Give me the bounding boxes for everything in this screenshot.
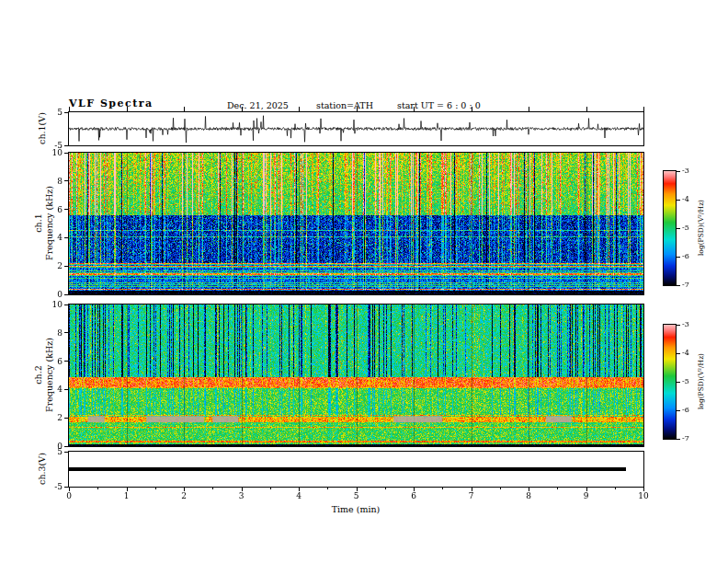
station-label: station=ATH	[316, 100, 373, 110]
x-axis-tick-label: 9	[575, 491, 597, 500]
x-axis-tick-label: 0	[58, 491, 80, 500]
x-axis-minor-tick-mark	[270, 487, 271, 489]
ch2-frequency-axis-tick-label: 6	[40, 357, 63, 366]
ch2-frequency-axis-tick-mark	[64, 446, 69, 447]
colorbar1-tick-label: -3	[682, 167, 700, 175]
x-axis-minor-tick-mark	[155, 487, 156, 489]
date-label: Dec. 21, 2025	[227, 100, 289, 110]
x-axis-minor-tick-mark	[442, 487, 443, 489]
colorbar2-tick-mark	[677, 410, 680, 411]
ch1-frequency-axis-tick-mark	[64, 266, 69, 267]
ch2-frequency-axis-tick-label: 8	[40, 328, 63, 338]
ch2-frequency-axis-tick-mark	[64, 361, 69, 362]
ch1-voltage-axis-tick-mark	[64, 145, 69, 146]
x-axis-tick-label: 2	[173, 491, 195, 500]
colorbar1-tick-label: -7	[682, 281, 700, 289]
x-axis-minor-tick-mark	[557, 487, 558, 489]
x-axis-top-tick-mark	[184, 107, 185, 111]
x-axis-label: Time (min)	[301, 504, 411, 514]
colorbar2-tick-label: -5	[682, 377, 700, 385]
colorbar2-tick-mark	[677, 353, 680, 354]
spec2-channel-label: ch.2	[33, 348, 43, 403]
colorbar1-tick-label: -5	[682, 224, 700, 232]
colorbar1-tick-mark	[677, 285, 680, 286]
colorbar1-tick-mark	[677, 171, 680, 172]
ch3-voltage-axis-tick-mark	[64, 487, 69, 488]
colorbar1-tick-mark	[677, 257, 680, 258]
ch1-frequency-axis-tick-label: 6	[40, 205, 63, 214]
x-axis-tick-label: 4	[288, 491, 310, 500]
x-axis-top-tick-mark	[529, 107, 529, 111]
ch1-waveform-panel-frame	[68, 111, 644, 146]
ch3-voltage-axis-tick-mark	[64, 452, 69, 453]
x-axis-minor-tick-mark	[385, 487, 386, 489]
colorbar1-tick-label: -6	[682, 252, 700, 260]
start-ut-label: start UT = 6 : 0 : 0	[397, 100, 481, 110]
colorbar1-tick-mark	[677, 200, 680, 201]
x-axis-tick-label: 6	[403, 491, 425, 500]
x-axis-minor-tick-mark	[97, 487, 98, 489]
colorbar2-tick-mark	[677, 439, 680, 440]
x-axis-tick-label: 5	[346, 491, 368, 500]
x-axis-tick-label: 3	[231, 491, 253, 500]
ch2-frequency-axis-tick-mark	[64, 389, 69, 390]
x-axis-tick-label: 10	[632, 491, 654, 500]
x-axis-top-tick-mark	[127, 107, 128, 111]
ch2-frequency-axis-tick-label: 10	[40, 300, 63, 309]
x-axis-minor-tick-mark	[212, 487, 213, 489]
ch1-frequency-axis-tick-mark	[64, 153, 69, 154]
colorbar2-frame	[663, 324, 677, 440]
colorbar2-tick-mark	[677, 325, 680, 326]
colorbar1-frame	[663, 170, 677, 286]
x-axis-top-tick-mark	[357, 107, 358, 111]
x-axis-top-tick-mark	[586, 107, 587, 111]
spec1-channel-label: ch.1	[33, 196, 43, 251]
x-axis-top-tick-mark	[472, 107, 472, 111]
ch3-signal-line	[69, 467, 626, 471]
ch1-frequency-axis-tick-mark	[64, 294, 69, 295]
x-axis-tick-label: 8	[518, 491, 540, 500]
x-axis-minor-tick-mark	[327, 487, 328, 489]
ch2-frequency-axis-tick-mark	[64, 332, 69, 333]
ch2-frequency-axis-tick-label: 4	[40, 385, 63, 394]
ch2-frequency-axis-tick-mark	[64, 304, 69, 305]
x-axis-minor-tick-mark	[500, 487, 501, 489]
colorbar2-tick-label: -3	[682, 320, 700, 328]
ch1-spectrogram-panel-frame	[68, 152, 644, 295]
colorbar2-tick-label: -7	[682, 434, 700, 442]
colorbar1-tick-mark	[677, 228, 680, 229]
colorbar2-tick-label: -6	[682, 406, 700, 414]
x-axis-minor-tick-mark	[615, 487, 616, 489]
x-axis-top-tick-mark	[299, 107, 300, 111]
ch3-voltage-axis-tick-label: -5	[40, 482, 63, 491]
ch1-frequency-axis-tick-mark	[64, 237, 69, 238]
colorbar1-tick-label: -4	[682, 195, 700, 203]
ch1-frequency-axis-tick-label: 2	[40, 261, 63, 270]
colorbar2-tick-label: -4	[682, 349, 700, 357]
x-axis-top-tick-mark	[69, 107, 70, 111]
ch1-frequency-axis-tick-label: 0	[40, 290, 63, 299]
ch3-voltage-axis-tick-label: 5	[40, 447, 63, 456]
ch1-frequency-axis-tick-mark	[64, 180, 69, 181]
ch1-voltage-axis-tick-label: 5	[40, 108, 63, 117]
x-axis-tick-label: 1	[116, 491, 138, 500]
ch1-frequency-axis-tick-label: 4	[40, 233, 63, 242]
ch1-frequency-axis-tick-label: 8	[40, 177, 63, 186]
x-axis-top-tick-mark	[414, 107, 415, 111]
colorbar2-tick-mark	[677, 382, 680, 383]
vlf-spectra-figure: VLF Spectra Dec. 21, 2025 station=ATH st…	[0, 0, 728, 563]
ch1-frequency-axis-tick-mark	[64, 209, 69, 210]
x-axis-top-tick-mark	[242, 107, 243, 111]
ch2-frequency-axis-tick-label: 2	[40, 413, 63, 422]
ch2-spectrogram-panel-frame	[68, 304, 644, 447]
x-axis-top-tick-mark	[643, 107, 644, 111]
ch2-frequency-axis-tick-mark	[64, 418, 69, 419]
ch1-voltage-axis-tick-mark	[64, 112, 69, 113]
x-axis-tick-label: 7	[461, 491, 483, 500]
ch1-frequency-axis-tick-label: 10	[40, 148, 63, 157]
chart-title: VLF Spectra	[69, 98, 154, 109]
